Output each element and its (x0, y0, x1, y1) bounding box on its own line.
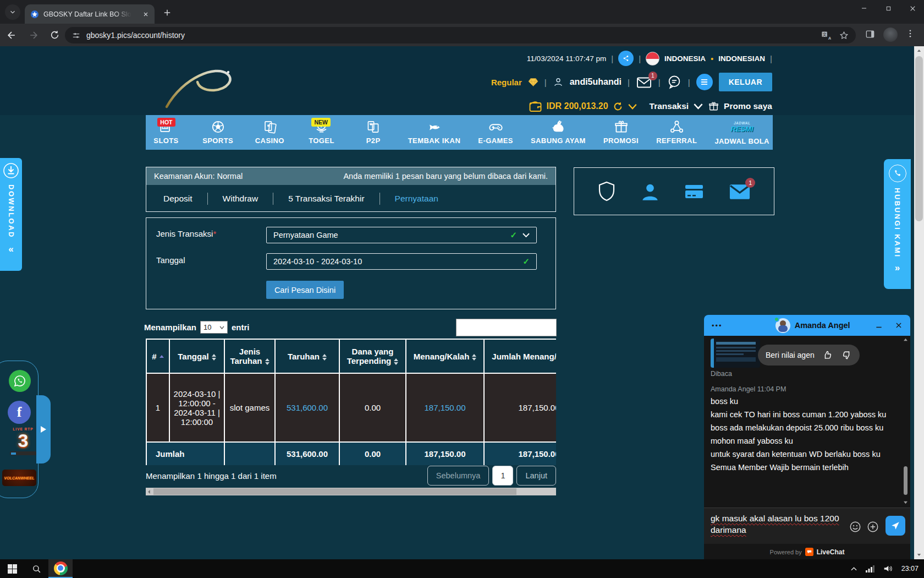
livechat-brand[interactable]: LiveChat (817, 548, 845, 556)
thumbs-up-icon[interactable] (822, 350, 833, 361)
nav-item-casino[interactable]: CASINO (252, 115, 287, 150)
nav-item-sports[interactable]: SPORTS (201, 115, 235, 150)
chat-scroll-down-icon[interactable] (903, 501, 908, 504)
nav-item-referral[interactable]: REFERRAL (656, 115, 697, 150)
browser-menu-icon[interactable] (905, 29, 915, 39)
taskbar-search-button[interactable] (24, 559, 48, 578)
chat-menu-button[interactable]: ••• (712, 321, 723, 330)
transaksi-menu[interactable]: Transaksi (650, 101, 689, 111)
nav-item-promosi[interactable]: PROMOSI (603, 115, 639, 150)
tab-close-icon[interactable] (142, 11, 149, 18)
tray-expand-icon[interactable] (851, 566, 857, 571)
url-bar[interactable]: gbosky1.pics/account/history 文A (65, 27, 856, 43)
jenis-transaksi-select[interactable]: Pernyataan Game ✓ (266, 227, 537, 243)
translate-icon[interactable]: 文A (821, 30, 831, 41)
tab-withdraw[interactable]: Withdraw (208, 194, 273, 204)
reload-button[interactable] (44, 30, 65, 40)
chat-draft-input[interactable]: gk masuk akal alasan lu bos 1200 dariman… (711, 512, 847, 536)
username-label[interactable]: andi5uhandi (570, 77, 622, 87)
page-size-select[interactable]: 10 (200, 321, 228, 334)
prev-page-button[interactable]: Sebelumnya (427, 466, 490, 486)
col-taruhan[interactable]: Taruhan (275, 339, 339, 373)
hscroll-thumb[interactable] (153, 488, 516, 495)
col-jenis-taruhan[interactable]: Jenis Taruhan (224, 339, 275, 373)
chat-bubble-icon[interactable] (667, 74, 682, 90)
network-icon[interactable] (866, 565, 875, 572)
live-rtp-button[interactable]: LIVE RTP 3 (10, 427, 36, 455)
nav-item-tembak-ikan[interactable]: TEMBAK IKAN (408, 115, 460, 150)
attach-plus-icon[interactable] (867, 521, 879, 533)
security-shield-icon[interactable] (596, 181, 617, 203)
table-horizontal-scrollbar[interactable] (146, 488, 556, 495)
chat-scroll-up-icon[interactable] (903, 338, 908, 341)
table-search-input[interactable] (456, 319, 557, 336)
whatsapp-icon[interactable] (9, 370, 31, 392)
thumbs-down-icon[interactable] (841, 350, 852, 361)
volume-icon[interactable] (883, 565, 893, 572)
page-scroll-down-icon[interactable] (917, 553, 921, 557)
window-minimize-button[interactable] (853, 0, 876, 17)
page-scroll-thumb[interactable] (915, 56, 923, 221)
messages-button[interactable]: 1 (728, 182, 752, 201)
contact-tab[interactable]: HUBUNGI KAMI » (884, 159, 911, 289)
download-tab[interactable]: DOWNLOAD « (0, 158, 22, 271)
side-panel-icon[interactable] (865, 29, 876, 40)
nav-item-egames[interactable]: E-GAMES (478, 115, 513, 150)
window-close-button[interactable] (901, 0, 924, 17)
cari-pesan-button[interactable]: Cari Pesan Disini (266, 281, 344, 299)
volcanwheel-logo[interactable]: VOLCANWHEEL (2, 470, 36, 486)
indonesia-flag-icon[interactable] (646, 52, 659, 66)
nav-item-sabung-ayam[interactable]: SABUNG AYAM (531, 115, 586, 150)
col-tanggal[interactable]: Tanggal (169, 339, 224, 373)
emoji-icon[interactable] (849, 521, 861, 533)
forward-button[interactable] (23, 30, 44, 41)
clock[interactable]: 23:07 (901, 565, 919, 572)
back-button[interactable] (0, 30, 23, 41)
col-dana-terpending[interactable]: Dana yang Terpending (339, 339, 406, 373)
chat-scrollbar[interactable] (902, 336, 909, 508)
promo-menu[interactable]: Promo saya (724, 101, 772, 111)
tab-pernyataan[interactable]: Pernyataan (380, 194, 453, 204)
browser-tab[interactable]: GBOSKY Daftar Link BO Slot On (25, 4, 155, 24)
chat-close-icon[interactable] (895, 321, 903, 329)
col-jumlah-menang-kalah[interactable]: Jumlah Menang/Kalah (484, 339, 556, 373)
profile-person-icon[interactable] (639, 181, 661, 202)
tab-deposit[interactable]: Deposit (148, 194, 207, 204)
taskbar-chrome-button[interactable] (48, 559, 73, 578)
collapse-right-icon[interactable]: » (895, 263, 900, 274)
transaksi-chevron-icon[interactable] (693, 102, 703, 110)
tanggal-input[interactable]: 2024-03-10 - 2024-03-10 ✓ (266, 253, 537, 270)
col-no[interactable]: # (146, 339, 169, 373)
nav-item-p2p[interactable]: P2P (356, 115, 391, 150)
chat-minimize-icon[interactable] (875, 321, 883, 329)
quick-menu-button[interactable] (696, 74, 713, 90)
refresh-balance-icon[interactable] (613, 101, 623, 112)
new-tab-button[interactable] (162, 8, 172, 18)
bookmark-star-icon[interactable] (839, 30, 849, 41)
tab-search-button[interactable] (5, 4, 20, 20)
nav-item-togel[interactable]: NEW TOGEL (304, 115, 338, 150)
country-label[interactable]: INDONESIA (664, 54, 706, 63)
start-button[interactable] (0, 559, 24, 578)
bank-card-icon[interactable] (683, 182, 706, 201)
send-button[interactable] (886, 516, 905, 536)
nav-item-jadwal-bola[interactable]: JADWAL RESMI JADWAL BOLA (714, 115, 769, 150)
site-controls-icon[interactable] (72, 31, 81, 40)
social-expand-tab[interactable] (36, 395, 51, 464)
scroll-left-icon[interactable] (147, 490, 151, 494)
shared-screenshot-thumbnail[interactable] (711, 339, 760, 368)
share-button[interactable] (618, 51, 634, 66)
inbox-button[interactable]: 1 (636, 75, 652, 89)
balance-chevron-icon[interactable] (628, 103, 637, 110)
page-vertical-scrollbar[interactable] (914, 46, 924, 559)
page-1-button[interactable]: 1 (492, 466, 513, 486)
chat-scroll-thumb[interactable] (904, 466, 908, 495)
logout-button[interactable]: KELUAR (719, 73, 772, 91)
col-menang-kalah[interactable]: Menang/Kalah (406, 339, 484, 373)
nav-item-slots[interactable]: HOT SLOTS (149, 115, 183, 150)
window-maximize-button[interactable] (877, 0, 900, 17)
collapse-left-icon[interactable]: « (8, 244, 13, 255)
gbosky-logo[interactable] (162, 63, 245, 112)
page-scroll-up-icon[interactable] (917, 49, 921, 52)
language-label[interactable]: INDONESIAN (718, 54, 765, 63)
